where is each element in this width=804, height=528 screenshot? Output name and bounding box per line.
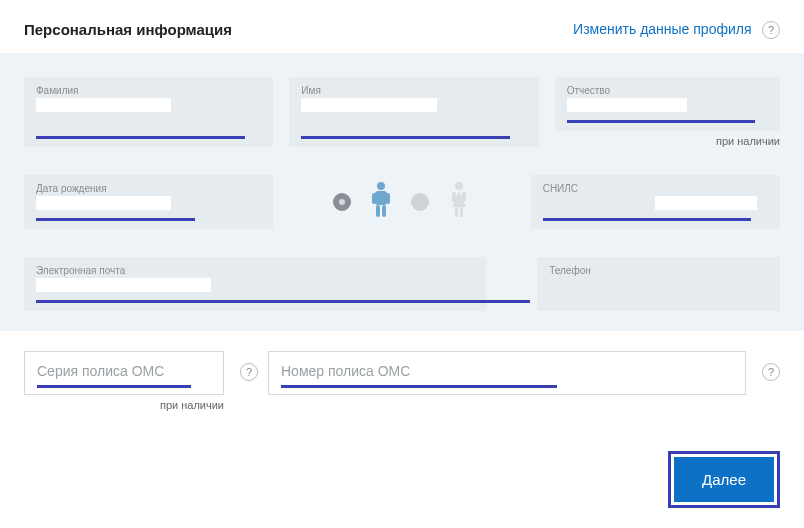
patronymic-value xyxy=(567,98,688,112)
help-icon[interactable]: ? xyxy=(762,363,780,381)
name-field[interactable]: Имя xyxy=(289,77,538,147)
male-icon xyxy=(369,181,393,223)
oms-series-placeholder: Серия полиса ОМС xyxy=(37,363,164,379)
snils-value xyxy=(655,196,756,210)
patronymic-hint: при наличии xyxy=(555,135,780,147)
svg-rect-10 xyxy=(460,207,463,217)
name-label: Имя xyxy=(301,85,526,96)
patronymic-field[interactable]: Отчество xyxy=(555,77,780,131)
surname-value xyxy=(36,98,171,112)
form-area: Фамилия Имя Отчество при наличии xyxy=(0,53,804,331)
gender-selector xyxy=(289,175,514,229)
underline xyxy=(36,300,530,303)
underline xyxy=(301,136,510,139)
birthdate-value xyxy=(36,196,171,210)
edit-profile-link[interactable]: Изменить данные профиля xyxy=(573,21,751,37)
next-button-highlight: Далее xyxy=(668,451,780,508)
svg-rect-4 xyxy=(376,205,380,217)
patronymic-label: Отчество xyxy=(567,85,768,96)
svg-rect-9 xyxy=(455,207,458,217)
svg-point-0 xyxy=(377,182,385,190)
header: Персональная информация Изменить данные … xyxy=(0,0,804,53)
next-button[interactable]: Далее xyxy=(674,457,774,502)
surname-label: Фамилия xyxy=(36,85,261,96)
phone-field[interactable]: Телефон xyxy=(537,257,780,311)
header-actions: Изменить данные профиля ? xyxy=(573,20,780,39)
oms-number-field[interactable]: Номер полиса ОМС xyxy=(268,351,746,395)
row-2: Дата рождения xyxy=(24,175,780,229)
underline xyxy=(36,218,195,221)
row-3: Электронная почта Телефон xyxy=(24,257,780,311)
birthdate-label: Дата рождения xyxy=(36,183,261,194)
row-1: Фамилия Имя Отчество при наличии xyxy=(24,77,780,147)
help-icon[interactable]: ? xyxy=(240,363,258,381)
surname-field[interactable]: Фамилия xyxy=(24,77,273,147)
underline xyxy=(567,120,755,123)
female-icon xyxy=(447,181,471,223)
svg-rect-2 xyxy=(372,193,376,204)
birthdate-field[interactable]: Дата рождения xyxy=(24,175,273,229)
email-label: Электронная почта xyxy=(36,265,474,276)
gender-male-radio[interactable] xyxy=(333,193,351,211)
oms-series-field[interactable]: Серия полиса ОМС xyxy=(24,351,224,395)
underline xyxy=(37,385,191,388)
footer: Далее xyxy=(0,411,804,520)
oms-series-hint: при наличии xyxy=(24,399,224,411)
gender-female-radio[interactable] xyxy=(411,193,429,211)
phone-label: Телефон xyxy=(549,265,768,276)
svg-rect-8 xyxy=(462,192,466,202)
svg-rect-7 xyxy=(452,192,456,202)
email-field[interactable]: Электронная почта xyxy=(24,257,486,311)
svg-rect-5 xyxy=(382,205,386,217)
svg-point-6 xyxy=(455,182,463,190)
underline xyxy=(281,385,557,388)
snils-field[interactable]: СНИЛС xyxy=(531,175,780,229)
underline xyxy=(36,136,245,139)
snils-label: СНИЛС xyxy=(543,183,768,194)
svg-rect-3 xyxy=(386,193,390,204)
underline xyxy=(543,218,752,221)
oms-row: Серия полиса ОМС при наличии ? Номер пол… xyxy=(0,331,804,411)
email-value xyxy=(36,278,211,292)
page-title: Персональная информация xyxy=(24,21,232,38)
svg-rect-1 xyxy=(375,191,387,205)
oms-number-placeholder: Номер полиса ОМС xyxy=(281,363,410,379)
name-value xyxy=(301,98,436,112)
help-icon[interactable]: ? xyxy=(762,21,780,39)
